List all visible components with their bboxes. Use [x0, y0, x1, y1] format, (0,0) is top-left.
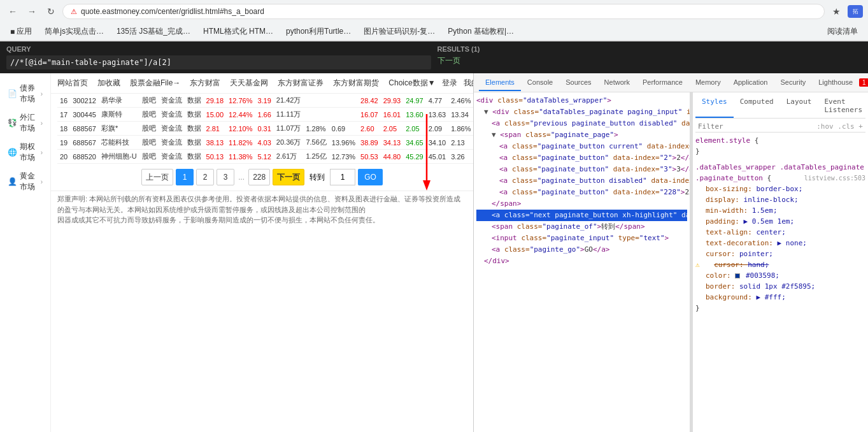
bookmark-5[interactable]: 图片验证码识别-复… — [359, 25, 440, 38]
row-type3[interactable]: 数据 — [185, 94, 204, 108]
row-prev: 2.09 — [426, 122, 449, 136]
nav-watchlist[interactable]: 我的关单 — [464, 76, 473, 90]
nav-futures[interactable]: 东方财富期货 — [333, 76, 379, 90]
color-swatch-003598 — [735, 273, 740, 278]
sidebar-item-bond[interactable]: 📄 债券市场 › — [5, 79, 45, 108]
tab-sources[interactable]: Sources — [559, 75, 597, 91]
dom-line-4: ▼ <span class="paginate_page"> — [476, 129, 687, 141]
tab-elements[interactable]: Elements — [479, 75, 521, 91]
reading-list[interactable]: 阅读清单 — [822, 25, 863, 38]
row-type2[interactable]: 资金流 — [159, 94, 185, 108]
dom-expand[interactable]: ▼ — [484, 108, 488, 116]
row-type3[interactable]: 数据 — [185, 136, 204, 150]
filter-input[interactable] — [698, 122, 814, 131]
css-close: } — [695, 147, 700, 155]
row-prev: 4.77 — [426, 94, 449, 108]
tab-application[interactable]: Application — [727, 75, 774, 91]
gold-icon: 👤 — [8, 177, 17, 186]
styles-tab-events[interactable]: Event Listeners — [818, 95, 868, 118]
row-type1[interactable]: 股吧 — [139, 122, 159, 136]
row-type1[interactable]: 股吧 — [139, 108, 159, 122]
bookmark-button[interactable]: ★ — [829, 4, 844, 19]
css-prop-name: box-sizing: — [706, 185, 756, 193]
tab-console[interactable]: Console — [521, 75, 559, 91]
dom-attr: class= — [512, 165, 537, 173]
bookmark-2[interactable]: 135活 JS基础_完成… — [111, 25, 196, 38]
row-type2[interactable]: 资金流 — [159, 122, 185, 136]
tab-network[interactable]: Network — [598, 75, 636, 91]
back-button[interactable]: ← — [5, 4, 20, 19]
css-prop-cursor: cursor: pointer; — [695, 248, 865, 259]
dom-text: 3 — [676, 165, 681, 173]
row-high: 44.80 — [381, 150, 404, 164]
styles-tab-styles[interactable]: Styles — [695, 95, 734, 118]
nav-home[interactable]: 网站首页 — [57, 76, 88, 90]
go-button[interactable]: GO — [358, 169, 383, 185]
dom-line-3: <a class="previous paginate_button disab… — [476, 118, 687, 129]
row-type1[interactable]: 股吧 — [139, 136, 159, 150]
row-type2[interactable]: 资金流 — [159, 150, 185, 164]
dom-attr: class= — [512, 142, 537, 150]
dom-tag: <a — [499, 176, 508, 185]
tab-lighthouse[interactable]: Lighthouse — [812, 75, 859, 91]
sidebar-section: 📄 债券市场 › 💱 外汇市场 › 🌐 期权市场 › 👤 黄金市场 › — [0, 76, 50, 199]
nav-login[interactable]: 登录 — [442, 76, 457, 90]
last-page-button[interactable]: 228 — [248, 169, 270, 185]
dom-expand[interactable]: ▼ — [492, 131, 496, 139]
dom-text: 转到 — [601, 222, 615, 231]
row-type3[interactable]: 数据 — [185, 108, 204, 122]
bookmark-apps[interactable]: ■ 应用 — [5, 25, 37, 38]
page-goto-input[interactable] — [330, 169, 355, 185]
dom-text: 228 — [685, 188, 690, 196]
css-paginate-selector: .dataTables_wrapper .dataTables_paginate… — [695, 162, 865, 184]
page-3-button[interactable]: 3 — [217, 169, 234, 185]
sidebar-item-gold[interactable]: 👤 黄金市场 › — [5, 167, 45, 196]
css-prop-name: border: — [706, 282, 739, 291]
row-type1[interactable]: 股吧 — [139, 150, 159, 164]
row-low: 2.05 — [403, 122, 426, 136]
dom-line-1: <div class="dataTables_wrapper"> — [476, 95, 687, 106]
css-prop-val: border-box; — [756, 185, 802, 193]
tab-memory[interactable]: Memory — [689, 75, 727, 91]
nav-stock-file[interactable]: 股票金融File→ — [130, 76, 180, 90]
nav-tianhong[interactable]: 天天基金网 — [230, 76, 268, 90]
nav-eastmoney[interactable]: 东方财富 — [190, 76, 220, 90]
row-code: 688567 — [70, 136, 99, 150]
refresh-button[interactable]: ↻ — [43, 4, 59, 19]
dom-line-14: <a class="paginte_go">GO</a> — [476, 244, 687, 256]
disclaimer-text2: 因器成或其它不可抗力而导致妨碍服务，于影响服务期间造成的一切不便与损生，本网站不… — [57, 216, 380, 224]
insecure-icon: ⚠ — [71, 8, 77, 16]
page-1-button[interactable]: 1 — [176, 169, 194, 185]
bookmark-6[interactable]: Python 基础教程|… — [443, 25, 519, 38]
row-type3[interactable]: 数据 — [185, 150, 204, 164]
prev-page-button[interactable]: 上一页 — [141, 169, 173, 185]
sidebar-item-options[interactable]: 🌐 期权市场 › — [5, 138, 45, 167]
css-prop-name: padding: — [706, 217, 744, 226]
sidebar-item-forex[interactable]: 💱 外汇市场 › — [5, 108, 45, 138]
bookmark-3[interactable]: HTML格式化 HTM… — [198, 25, 278, 38]
tab-security[interactable]: Security — [774, 75, 812, 91]
nav-favorite[interactable]: 加收藏 — [97, 76, 120, 90]
table-row: 19 688567 芯能科技 股吧 资金流 数据 38.13 11.82% 4.… — [57, 136, 473, 150]
row-type3[interactable]: 数据 — [185, 122, 204, 136]
row-type2[interactable]: 资金流 — [159, 108, 185, 122]
forex-icon: 💱 — [8, 119, 17, 127]
css-prop-val: inline-block; — [744, 196, 799, 204]
row-change-val: 1.66 — [255, 108, 273, 122]
bookmark-1[interactable]: 简单js实现点击… — [39, 25, 109, 38]
address-bar[interactable]: ⚠ quote.eastmoney.com/center/gridlist.ht… — [62, 4, 825, 19]
styles-tab-computed[interactable]: Computed — [734, 95, 780, 118]
bookmark-4[interactable]: python利用Turtle… — [281, 25, 356, 38]
row-type1[interactable]: 股吧 — [139, 94, 159, 108]
extensions-button[interactable]: 拓 — [848, 4, 863, 19]
next-page-button[interactable]: 下一页 — [273, 169, 304, 185]
nav-choice[interactable]: Choice数据▼ — [388, 76, 435, 90]
row-type2[interactable]: 资金流 — [159, 136, 185, 150]
forward-button[interactable]: → — [24, 4, 39, 19]
dom-attr: class= — [517, 222, 543, 231]
tab-performance[interactable]: Performance — [636, 75, 689, 91]
page-2-button[interactable]: 2 — [196, 169, 214, 185]
nav-security[interactable]: 东方财富证券 — [278, 76, 324, 90]
styles-tab-layout[interactable]: Layout — [780, 95, 818, 118]
dom-line-15: </div> — [476, 256, 687, 267]
